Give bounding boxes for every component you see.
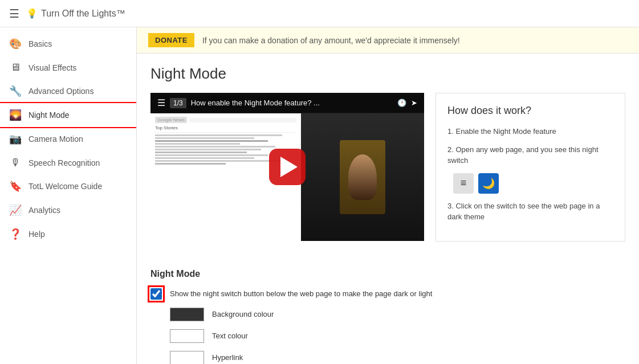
sidebar-item-label: Night Mode [29, 111, 70, 120]
donate-button[interactable]: DONATE [148, 33, 194, 47]
donate-message: If you can make a donation of any amount… [202, 36, 460, 45]
logo-icon: 💡 [26, 8, 38, 19]
moon-switch-icon: 🌙 [478, 173, 499, 194]
video-container[interactable]: ☰ 1/3 How enable the Night Mode feature?… [150, 93, 424, 241]
sidebar-item-label: Visual Effects [29, 63, 76, 72]
sidebar-item-speech-recognition[interactable]: 🎙 Speech Recognition [0, 151, 136, 174]
palette-icon: 🎨 [9, 38, 22, 50]
video-title: How enable the Night Mode feature? ... [191, 99, 393, 107]
camera-icon: 📷 [9, 133, 22, 145]
setting-row-show-night-switch: Show the night switch button below the w… [150, 288, 625, 300]
setting-row-text-colour: Text colour [150, 329, 625, 343]
video-thumbnail: ☰ 1/3 How enable the Night Mode feature?… [150, 93, 424, 241]
info-step-1: 1. Enable the Night Mode feature [447, 126, 613, 137]
sidebar-item-help[interactable]: ❓ Help [0, 222, 136, 246]
microphone-icon: 🎙 [9, 157, 22, 169]
app-header: ☰ 💡 Turn Off the Lights™ [0, 0, 639, 27]
bookmark-icon: 🔖 [9, 180, 22, 193]
sidebar-item-label: Analytics [29, 206, 60, 215]
sidebar-item-label: Help [29, 230, 45, 239]
donate-banner: DONATE If you can make a donation of any… [137, 27, 639, 54]
wrench-icon: 🔧 [9, 85, 22, 97]
show-night-switch-checkbox[interactable] [150, 288, 162, 300]
analytics-icon: 📈 [9, 204, 22, 216]
play-button[interactable] [269, 149, 306, 185]
help-icon: ❓ [9, 228, 22, 240]
step-num: 2. [447, 145, 455, 154]
video-icons: 🕐 ➤ [397, 99, 417, 107]
sidebar-item-label: Camera Motion [29, 134, 83, 144]
info-panel-title: How does it work? [447, 105, 613, 117]
sidebar-item-basics[interactable]: 🎨 Basics [0, 32, 136, 56]
show-night-switch-checkbox-wrapper[interactable] [150, 288, 162, 300]
page-title: Night Mode [150, 65, 625, 83]
sidebar-item-label: Basics [29, 39, 52, 48]
monitor-icon: 🖥 [9, 62, 22, 73]
sidebar-item-night-mode[interactable]: 🌄 Night Mode [0, 103, 136, 127]
video-info-row: ☰ 1/3 How enable the Night Mode feature?… [150, 93, 625, 242]
video-overlay: ☰ 1/3 How enable the Night Mode feature?… [150, 93, 424, 113]
show-night-switch-label: Show the night switch button below the w… [170, 289, 432, 298]
info-panel: How does it work? 1. Enable the Night Mo… [436, 93, 625, 242]
setting-row-background-colour: Background colour [150, 308, 625, 321]
background-colour-swatch[interactable] [170, 308, 204, 321]
video-counter: 1/3 [170, 98, 186, 108]
sidebar-item-advanced-options[interactable]: 🔧 Advanced Options [0, 79, 136, 103]
text-colour-swatch[interactable] [170, 329, 204, 343]
sidebar-item-camera-motion[interactable]: 📷 Camera Motion [0, 127, 136, 151]
step-text: Enable the Night Mode feature [455, 127, 556, 136]
info-step-3: 3. Click on the switch to see the web pa… [447, 201, 613, 223]
sidebar-item-label: Advanced Options [29, 87, 93, 96]
sidebar-item-visual-effects[interactable]: 🖥 Visual Effects [0, 56, 136, 79]
clock-icon: 🕐 [397, 99, 406, 107]
switch-icon-row: ≡ 🌙 [447, 173, 613, 194]
text-colour-label: Text colour [212, 332, 248, 340]
info-step-2: 2. Open any web page, and you see this n… [447, 144, 613, 166]
sidebar-item-label: TotL Welcome Guide [29, 182, 102, 191]
sidebar-item-totl-welcome-guide[interactable]: 🔖 TotL Welcome Guide [0, 174, 136, 198]
share-icon: ➤ [411, 99, 417, 107]
night-mode-icon: 🌄 [9, 109, 22, 121]
sidebar: 🎨 Basics 🖥 Visual Effects 🔧 Advanced Opt… [0, 27, 137, 364]
hyperlink-swatch[interactable] [170, 351, 204, 365]
app-title: Turn Off the Lights™ [41, 9, 125, 19]
settings-title: Night Mode [150, 269, 625, 279]
settings-section: Night Mode Show the night switch button … [137, 269, 639, 365]
background-colour-label: Background colour [212, 310, 274, 318]
step-text: Open any web page, and you see this nigh… [447, 145, 599, 165]
app-logo: 💡 Turn Off the Lights™ [26, 8, 125, 19]
main-content: DONATE If you can make a donation of any… [137, 27, 639, 364]
sidebar-item-analytics[interactable]: 📈 Analytics [0, 198, 136, 222]
step-text: Click on the switch to see the web page … [447, 202, 600, 222]
hyperlink-label: Hyperlink [212, 353, 243, 362]
main-layout: 🎨 Basics 🖥 Visual Effects 🔧 Advanced Opt… [0, 27, 639, 364]
setting-row-hyperlink: Hyperlink [150, 351, 625, 365]
step-num: 1. [447, 127, 455, 136]
menu-icon[interactable]: ☰ [9, 7, 19, 21]
sidebar-item-label: Speech Recognition [29, 158, 100, 167]
menu-switch-icon: ≡ [453, 173, 474, 194]
step-num: 3. [447, 202, 455, 210]
content-area: Night Mode ☰ 1/3 How enable the Night Mo… [137, 54, 639, 269]
